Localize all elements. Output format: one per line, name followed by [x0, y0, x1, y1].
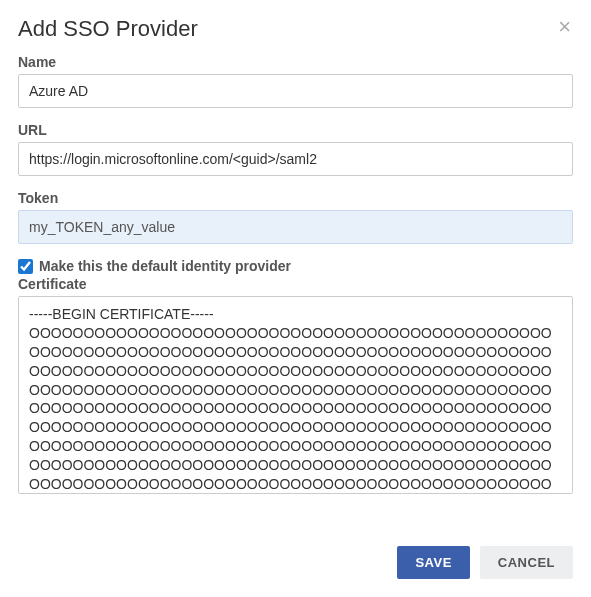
- url-field-group: URL: [18, 122, 573, 176]
- certificate-label: Certificate: [18, 276, 573, 292]
- save-button[interactable]: SAVE: [397, 546, 469, 579]
- url-label: URL: [18, 122, 573, 138]
- sso-provider-dialog: Add SSO Provider × Name URL Token Make t…: [0, 0, 591, 597]
- default-provider-checkbox[interactable]: [18, 259, 33, 274]
- close-icon[interactable]: ×: [556, 16, 573, 38]
- dialog-header: Add SSO Provider ×: [0, 0, 591, 54]
- name-field-group: Name: [18, 54, 573, 108]
- name-label: Name: [18, 54, 573, 70]
- dialog-body: Name URL Token Make this the default ide…: [0, 54, 591, 530]
- name-input[interactable]: [18, 74, 573, 108]
- default-provider-row: Make this the default identity provider: [18, 258, 573, 274]
- token-input[interactable]: [18, 210, 573, 244]
- token-field-group: Token: [18, 190, 573, 244]
- url-input[interactable]: [18, 142, 573, 176]
- default-provider-label: Make this the default identity provider: [39, 258, 291, 274]
- cancel-button[interactable]: CANCEL: [480, 546, 573, 579]
- dialog-title: Add SSO Provider: [18, 16, 198, 42]
- dialog-footer: SAVE CANCEL: [0, 530, 591, 597]
- certificate-textarea[interactable]: [18, 296, 573, 494]
- token-label: Token: [18, 190, 573, 206]
